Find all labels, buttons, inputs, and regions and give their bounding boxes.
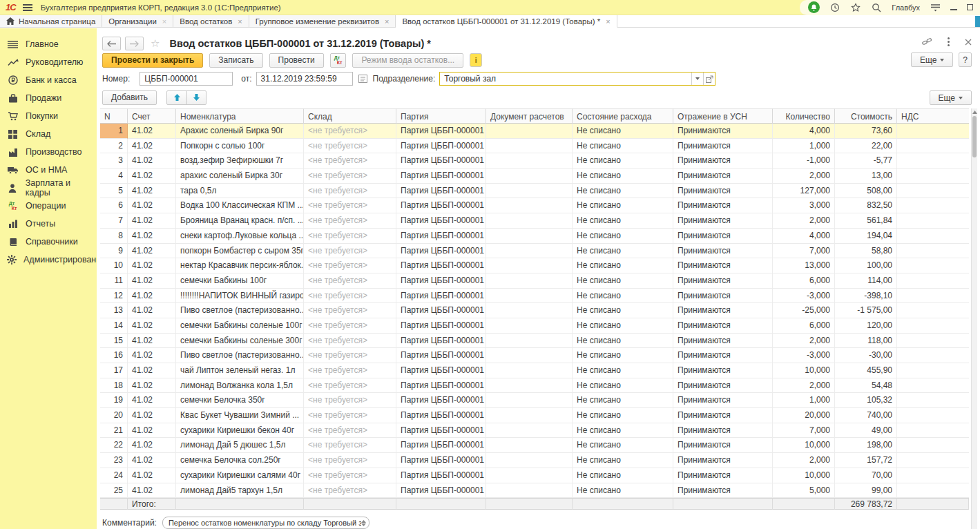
cell-n[interactable]: 5 <box>100 184 128 199</box>
cell-nomenclature[interactable]: семечки Бабкины соленые 300г <box>176 334 304 349</box>
cell-settlement-doc[interactable] <box>486 124 573 139</box>
cell-account[interactable]: 41.02 <box>128 483 176 499</box>
cell-cost[interactable]: -30,00 <box>835 348 897 363</box>
cell-cost[interactable]: 49,00 <box>835 423 897 439</box>
tools-settings-icon[interactable] <box>930 2 941 13</box>
cell-vat[interactable] <box>897 408 969 423</box>
cell-expense-state[interactable]: Не списано <box>573 289 673 304</box>
cell-nomenclature[interactable]: Арахис соленый Бирка 90г <box>176 124 304 139</box>
cell-vat[interactable] <box>897 139 969 154</box>
cell-warehouse[interactable]: <не требуется> <box>304 468 396 483</box>
cell-vat[interactable] <box>897 303 969 318</box>
cell-account[interactable]: 41.02 <box>128 184 176 199</box>
workspace-tab[interactable]: Ввод остатков × <box>173 15 249 27</box>
more-menu-icon[interactable] <box>948 37 950 47</box>
cell-vat[interactable] <box>897 318 969 334</box>
cell-account[interactable]: 41.02 <box>128 363 176 378</box>
cell-expense-state[interactable]: Не списано <box>573 198 673 213</box>
cell-warehouse[interactable]: <не требуется> <box>304 153 396 169</box>
cell-quantity[interactable]: 7,000 <box>773 244 835 259</box>
department-dropdown-icon[interactable] <box>691 73 703 85</box>
write-button[interactable]: Записать <box>209 53 262 68</box>
cell-account[interactable]: 41.02 <box>128 378 176 394</box>
cell-settlement-doc[interactable] <box>486 423 573 439</box>
cell-quantity[interactable]: 10,000 <box>773 363 835 378</box>
cell-cost[interactable]: 105,32 <box>835 393 897 408</box>
cell-usn[interactable]: Принимаются <box>673 124 773 139</box>
cell-batch[interactable]: Партия ЦББП-000001 ... <box>396 483 486 499</box>
workspace-tab[interactable]: Начальная страница <box>0 15 102 27</box>
cell-account[interactable]: 41.02 <box>128 198 176 213</box>
cell-quantity[interactable]: 6,000 <box>773 273 835 289</box>
cell-expense-state[interactable]: Не списано <box>573 303 673 318</box>
sidebar-item[interactable]: Зарплата и кадры <box>0 179 97 197</box>
cell-nomenclature[interactable]: Брояница Вранац красн. п/сп. ... <box>176 213 304 229</box>
cell-n[interactable]: 14 <box>100 318 128 334</box>
cell-vat[interactable] <box>897 348 969 363</box>
cell-vat[interactable] <box>897 273 969 289</box>
tab-close-icon[interactable]: × <box>606 17 610 26</box>
sidebar-item[interactable]: Главное <box>0 35 97 53</box>
sidebar-item[interactable]: Банк и касса <box>0 71 97 89</box>
cell-expense-state[interactable]: Не списано <box>573 124 673 139</box>
cell-usn[interactable]: Принимаются <box>673 198 773 213</box>
cell-quantity[interactable]: -1,000 <box>773 153 835 169</box>
cell-settlement-doc[interactable] <box>486 153 573 169</box>
get-link-icon[interactable] <box>922 37 932 46</box>
cell-vat[interactable] <box>897 393 969 408</box>
cell-vat[interactable] <box>897 289 969 304</box>
cell-cost[interactable]: -398,10 <box>835 289 897 304</box>
cell-usn[interactable]: Принимаются <box>673 303 773 318</box>
cell-account[interactable]: 41.02 <box>128 273 176 289</box>
cell-n[interactable]: 12 <box>100 289 128 304</box>
cell-cost[interactable]: 194,04 <box>835 229 897 244</box>
cell-warehouse[interactable]: <не требуется> <box>304 438 396 453</box>
cell-batch[interactable]: Партия ЦББП-000001 ... <box>396 363 486 378</box>
cell-vat[interactable] <box>897 169 969 184</box>
cell-warehouse[interactable]: <не требуется> <box>304 244 396 259</box>
date-field[interactable]: 31.12.2019 23:59:59 <box>256 72 353 86</box>
table-row[interactable]: 22 41.02 лимонад Дай 5 дюшес 1,5л <не тр… <box>100 438 969 453</box>
cell-n[interactable]: 23 <box>100 453 128 468</box>
table-row[interactable]: 6 41.02 Водка 100 Классическая КПМ ... <… <box>100 198 969 213</box>
cell-usn[interactable]: Принимаются <box>673 393 773 408</box>
department-open-icon[interactable] <box>703 73 715 85</box>
cell-settlement-doc[interactable] <box>486 184 573 199</box>
cell-quantity[interactable]: 4,000 <box>773 124 835 139</box>
cell-n[interactable]: 16 <box>100 348 128 363</box>
cell-account[interactable]: 41.02 <box>128 153 176 169</box>
cell-account[interactable]: 41.02 <box>128 348 176 363</box>
cell-vat[interactable] <box>897 213 969 229</box>
table-row[interactable]: 13 41.02 Пиво светлое (пастеризованно...… <box>100 303 969 318</box>
cell-vat[interactable] <box>897 483 969 499</box>
col-header-batch[interactable]: Партия <box>396 108 486 124</box>
cell-quantity[interactable]: 10,000 <box>773 438 835 453</box>
cell-settlement-doc[interactable] <box>486 139 573 154</box>
col-header-usn[interactable]: Отражение в УСН <box>673 108 773 124</box>
cell-cost[interactable]: 455,90 <box>835 363 897 378</box>
cell-vat[interactable] <box>897 258 969 273</box>
table-row[interactable]: 1 41.02 Арахис соленый Бирка 90г <не тре… <box>100 124 969 139</box>
cell-batch[interactable]: Партия ЦББП-000001 ... <box>396 229 486 244</box>
cell-cost[interactable]: 740,00 <box>835 408 897 423</box>
cell-quantity[interactable]: 20,000 <box>773 408 835 423</box>
cell-quantity[interactable]: 6,000 <box>773 318 835 334</box>
cell-quantity[interactable]: 5,000 <box>773 483 835 499</box>
cell-quantity[interactable]: 2,000 <box>773 213 835 229</box>
col-header-quantity[interactable]: Количество <box>773 108 835 124</box>
table-row[interactable]: 11 41.02 семечки Бабкины 100г <не требуе… <box>100 273 969 289</box>
cell-quantity[interactable]: -25,000 <box>773 303 835 318</box>
cell-vat[interactable] <box>897 244 969 259</box>
cell-batch[interactable]: Партия ЦББП-000001 ... <box>396 423 486 439</box>
cell-cost[interactable]: 58,80 <box>835 244 897 259</box>
info-icon[interactable]: i <box>470 53 482 67</box>
cell-n[interactable]: 6 <box>100 198 128 213</box>
cell-nomenclature[interactable]: Пиво светлое (пастеризованно... <box>176 348 304 363</box>
cell-usn[interactable]: Принимаются <box>673 348 773 363</box>
cell-cost[interactable]: 832,50 <box>835 198 897 213</box>
cell-vat[interactable] <box>897 153 969 169</box>
department-field[interactable]: Торговый зал <box>439 72 715 86</box>
cell-account[interactable]: 41.02 <box>128 213 176 229</box>
cell-n[interactable]: 2 <box>100 139 128 154</box>
cell-nomenclature[interactable]: нектар Красавчик персик-яблок... <box>176 258 304 273</box>
